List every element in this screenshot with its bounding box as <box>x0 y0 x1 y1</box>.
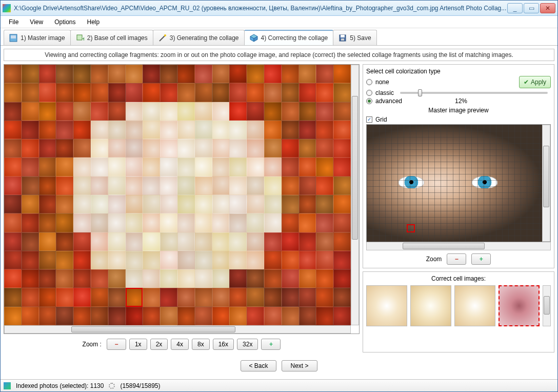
zoom-label: Zoom : <box>83 341 102 348</box>
menu-options[interactable]: Options <box>49 17 81 27</box>
scroll-thumb[interactable] <box>71 326 235 332</box>
window-title: X:\Google Drive\ArtensoftShare\Video_APC… <box>14 5 507 12</box>
tab-label: 4) Correcting the collage <box>261 34 328 42</box>
status-progress: (15894/15895) <box>120 382 160 389</box>
statusbar: Indexed photos (selected): 1130 (15894/1… <box>1 379 557 391</box>
menu-view[interactable]: View <box>25 17 48 27</box>
candidate-thumb[interactable] <box>366 285 407 326</box>
radio-none[interactable] <box>366 79 372 85</box>
scroll-thumb[interactable] <box>352 96 358 240</box>
candidate-thumb[interactable] <box>454 285 495 326</box>
close-button[interactable]: ✕ <box>540 3 555 13</box>
add-images-icon: + <box>76 34 84 42</box>
gallery-icon <box>9 34 17 42</box>
zoom-4x-button[interactable]: 4x <box>171 339 189 350</box>
preview-vscroll[interactable] <box>542 125 550 242</box>
scroll-thumb[interactable] <box>403 243 485 249</box>
wand-icon <box>158 34 167 42</box>
zoom-in-button[interactable]: + <box>261 339 281 350</box>
colorization-group: Select cell colorization type none ✔ App… <box>363 64 554 268</box>
selected-cell[interactable] <box>126 288 143 306</box>
radio-advanced-label: advanced <box>375 97 402 105</box>
grid-label: Grid <box>375 116 387 123</box>
maximize-button[interactable]: ▭ <box>524 3 539 13</box>
preview-zoom-out[interactable]: − <box>447 253 466 265</box>
tab-label: 5) Save <box>350 34 371 42</box>
zoom-16x-button[interactable]: 16x <box>213 339 234 350</box>
colorization-header: Select cell colorization type <box>366 68 551 75</box>
preview-header: Master image preview <box>366 107 551 114</box>
zoom-32x-button[interactable]: 32x <box>237 339 258 350</box>
colorization-slider[interactable] <box>400 92 548 94</box>
preview-zoom-label: Zoom <box>426 256 442 263</box>
radio-advanced[interactable] <box>366 98 372 104</box>
radio-classic-label: classic <box>375 89 394 96</box>
step-tabs: 1) Master image + 2) Base of cell images… <box>1 28 557 46</box>
minimize-button[interactable]: _ <box>507 3 523 13</box>
collage-vscroll[interactable] <box>351 65 359 325</box>
spinner-icon <box>109 383 115 389</box>
selection-marker[interactable] <box>407 224 415 232</box>
preview-zoom-in[interactable]: + <box>471 253 491 265</box>
svg-point-5 <box>164 34 166 36</box>
tab-label: 1) Master image <box>21 34 65 42</box>
back-button[interactable]: < Back <box>241 360 276 371</box>
tab-label: 2) Base of cell images <box>87 34 148 42</box>
next-button[interactable]: Next > <box>282 360 317 371</box>
check-icon: ✔ <box>524 79 529 86</box>
wizard-nav: < Back Next > <box>4 356 554 376</box>
zoom-controls: Zoom : − 1x 2x 4x 8x 16x 32x + <box>4 336 360 352</box>
save-icon <box>338 34 347 42</box>
scroll-thumb[interactable] <box>544 296 550 315</box>
app-icon <box>3 4 11 12</box>
svg-rect-10 <box>341 35 345 37</box>
menubar: File View Options Help <box>1 16 557 28</box>
radio-classic[interactable] <box>366 90 372 96</box>
status-indexed: Indexed photos (selected): 1130 <box>16 382 104 389</box>
zoom-2x-button[interactable]: 2x <box>150 339 168 350</box>
collage-viewport[interactable] <box>4 64 360 334</box>
tab-label: 3) Generating the collage <box>170 34 239 42</box>
menu-file[interactable]: File <box>4 17 24 27</box>
zoom-out-button[interactable]: − <box>107 339 126 350</box>
svg-rect-11 <box>341 38 344 41</box>
svg-text:+: + <box>82 35 84 42</box>
svg-line-4 <box>160 36 165 41</box>
zoom-1x-button[interactable]: 1x <box>129 339 147 350</box>
slider-thumb[interactable] <box>418 89 422 96</box>
correct-cell-group: Correct cell images: <box>363 271 554 352</box>
apply-button[interactable]: ✔ Apply <box>519 76 551 88</box>
photos-icon <box>4 382 11 389</box>
hint-bar: Viewing and correcting collage fragments… <box>4 49 554 61</box>
thumbs-vscroll[interactable] <box>543 285 551 326</box>
titlebar[interactable]: X:\Google Drive\ArtensoftShare\Video_APC… <box>1 1 557 16</box>
collage-hscroll[interactable] <box>4 325 351 334</box>
correct-header: Correct cell images: <box>366 275 551 282</box>
tab-master-image[interactable]: 1) Master image <box>4 30 71 45</box>
apply-label: Apply <box>531 79 546 86</box>
candidate-thumb-selected[interactable] <box>499 285 540 326</box>
master-preview[interactable] <box>366 124 551 242</box>
slider-percent: 12% <box>405 97 517 105</box>
preview-hscroll[interactable] <box>366 242 551 250</box>
candidate-thumb[interactable] <box>410 285 451 326</box>
tab-save[interactable]: 5) Save <box>333 30 376 45</box>
svg-rect-2 <box>77 35 82 40</box>
radio-none-label: none <box>375 79 389 86</box>
svg-rect-1 <box>11 35 16 38</box>
cube-icon <box>250 34 258 42</box>
tab-correct[interactable]: 4) Correcting the collage <box>244 30 334 45</box>
tab-generate[interactable]: 3) Generating the collage <box>153 30 245 45</box>
scroll-thumb[interactable] <box>543 146 549 207</box>
grid-checkbox[interactable] <box>366 116 372 123</box>
menu-help[interactable]: Help <box>82 17 105 27</box>
tab-base-cells[interactable]: + 2) Base of cell images <box>70 30 153 45</box>
zoom-8x-button[interactable]: 8x <box>192 339 210 350</box>
